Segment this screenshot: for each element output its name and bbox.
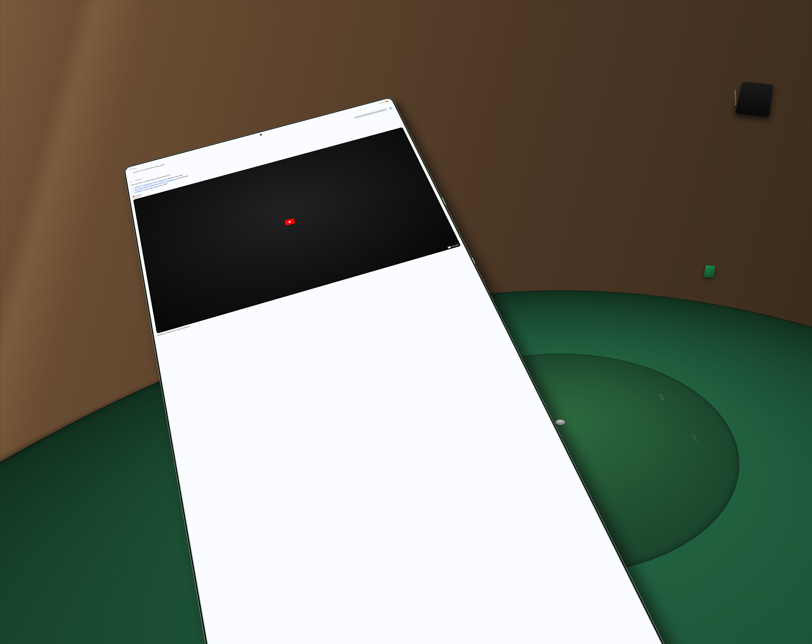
chevron-down-icon: ▾: [142, 178, 143, 180]
status-notification-dot-icon: [133, 169, 134, 169]
svg-marker-0: [785, 625, 796, 636]
youtube-corner-label: YouTube: [451, 244, 459, 248]
youtube-mini-icon: [447, 246, 451, 248]
phono-cartridge: [704, 265, 715, 278]
alarm-icon: ⏱: [378, 103, 380, 104]
gemini-spark-icon: [130, 181, 132, 183]
status-cast-icon: ▸▸▸: [134, 167, 137, 169]
network-type-label: 5G+: [380, 102, 382, 104]
signal-icon: ◢: [382, 102, 384, 103]
battery-icon: ▮: [384, 101, 385, 103]
site-watermark-logo: [783, 623, 804, 638]
svg-marker-1: [792, 625, 803, 636]
play-button-icon: [284, 218, 295, 226]
source-chip-label: YouTube: [135, 179, 141, 181]
back-button[interactable]: ←: [127, 172, 132, 175]
account-avatar[interactable]: [385, 100, 388, 103]
status-clock: 1:27: [129, 168, 132, 171]
